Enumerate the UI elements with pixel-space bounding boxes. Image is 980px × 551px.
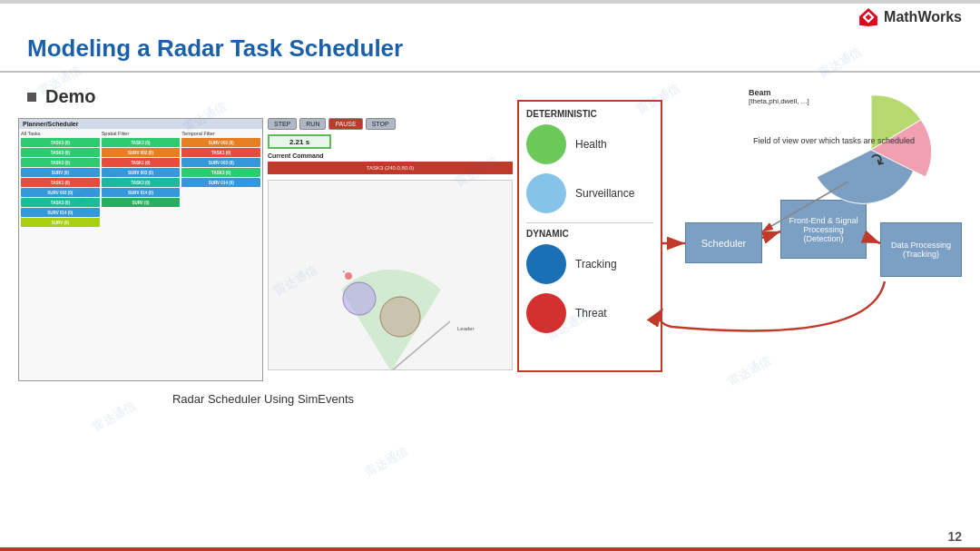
task-item: TASK3 (0) [21, 198, 100, 207]
run-button[interactable]: RUN [299, 118, 326, 130]
deterministic-label: DETERMINISTIC [526, 109, 653, 119]
threat-circle [526, 293, 566, 333]
task-item: SURV 002 (0) [181, 138, 260, 147]
svg-point-5 [345, 272, 352, 280]
task-item: SURV 003 (0) [21, 188, 100, 197]
wm11: 雷达通信 [362, 443, 411, 481]
task-item: TASK3 (0) [102, 178, 181, 187]
fov-label: Field of view over which tasks are sched… [753, 136, 915, 147]
sim-caption: Radar Scheduler Using SimEvents [18, 392, 508, 406]
det-dyn-box: DETERMINISTIC Health Surveillance DYNAMI… [517, 100, 662, 372]
current-command-label: Current Command [268, 153, 323, 159]
demo-section: Demo [27, 86, 96, 107]
slide-title: Modeling a Radar Task Scheduler [27, 34, 403, 63]
scheduler-label: Scheduler [701, 238, 747, 249]
scheduler-block: Scheduler [685, 222, 762, 263]
step-button[interactable]: STEP [268, 118, 297, 130]
task-item: SURV 003 (0) [102, 168, 181, 177]
svg-point-3 [343, 282, 376, 315]
planner-panel: Planner/Scheduler All Tasks TASK3 (0) TA… [18, 118, 263, 381]
command-bar: TASK3 (240.0,80.0) [268, 162, 513, 174]
task-item: SURV 014 (0) [21, 208, 100, 217]
command-text: TASK3 (240.0,80.0) [367, 165, 415, 171]
task-item: SURV (0) [21, 218, 100, 227]
task-item: SURV 002 (0) [102, 148, 181, 157]
task-item: TASK3 (0) [181, 168, 260, 177]
planner-header: Planner/Scheduler [19, 119, 262, 129]
health-row: Health [526, 124, 653, 164]
data-processing-block: Data Processing (Tracking) [880, 222, 962, 277]
threat-row: Threat [526, 293, 653, 333]
task-item: SURV 003 (0) [181, 158, 260, 167]
task-item: SURV (0) [102, 198, 181, 207]
health-label: Health [575, 138, 607, 151]
temporal-filter-col: Temporal Filter SURV 002 (0) TASK1 (0) S… [181, 131, 260, 228]
top-border [0, 0, 980, 4]
task-item: TASK3 (0) [21, 138, 100, 147]
tracking-label: Tracking [575, 258, 617, 271]
frontend-label: Front-End & Signal Processing (Detection… [785, 216, 862, 243]
svg-line-11 [762, 231, 780, 238]
threat-label: Threat [575, 307, 607, 320]
temporal-filter-header: Temporal Filter [181, 131, 260, 136]
svg-point-4 [380, 297, 420, 337]
task-item: SURV 014 (0) [181, 178, 260, 187]
sim-time-display: 2.21 s [268, 134, 331, 149]
svg-text:Leader: Leader [457, 326, 475, 331]
sim-time-value: 2.21 s [289, 138, 309, 146]
surveillance-circle [526, 173, 566, 213]
radar-plot-svg: Leader • [269, 181, 513, 370]
beam-text: Beam [749, 88, 809, 97]
pause-button[interactable]: PAUSE [328, 118, 362, 130]
caption-text: Radar Scheduler Using SimEvents [172, 392, 354, 406]
beam-label: Beam [theta,phi,dwell, ...] [749, 88, 809, 105]
pie-chart-svg [799, 86, 944, 213]
wm9: 雷达通信 [816, 44, 865, 82]
task-item: TASK3 (0) [102, 138, 181, 147]
pie-chart-area [799, 86, 944, 213]
fov-text: Field of view over which tasks are sched… [753, 136, 915, 145]
mathworks-logo-area: MathWorks [858, 7, 962, 27]
bottom-border [0, 547, 980, 551]
wm8: 雷达通信 [725, 352, 774, 390]
demo-bullet [27, 93, 36, 102]
task-item: TASK1 (0) [21, 178, 100, 187]
task-item: TASK3 (0) [21, 148, 100, 157]
all-tasks-col: All Tasks TASK3 (0) TASK3 (0) TASK3 (0) … [21, 131, 100, 228]
stop-button[interactable]: STOP [366, 118, 396, 130]
data-processing-label: Data Processing (Tracking) [885, 241, 957, 259]
mathworks-logo-icon [858, 7, 878, 27]
mathworks-logo-text: MathWorks [884, 9, 962, 25]
task-item: TASK3 (0) [21, 158, 100, 167]
task-item: SURV (0) [21, 168, 100, 177]
planner-cols: All Tasks TASK3 (0) TASK3 (0) TASK3 (0) … [19, 129, 262, 230]
demo-text: Demo [45, 86, 96, 107]
radar-plot: Leader • [268, 180, 513, 370]
svg-line-12 [867, 238, 880, 243]
spatial-filter-col: Spatial Filter TASK3 (0) SURV 002 (0) TA… [102, 131, 181, 228]
task-item: TASK1 (0) [102, 158, 181, 167]
health-circle [526, 124, 566, 164]
beam-params: [theta,phi,dwell, ...] [749, 97, 809, 105]
sim-buttons: STEP RUN PAUSE STOP [268, 118, 396, 130]
all-tasks-header: All Tasks [21, 131, 100, 136]
dynamic-label: DYNAMIC [526, 229, 653, 239]
tracking-row: Tracking [526, 244, 653, 284]
surveillance-label: Surveillance [575, 187, 634, 200]
title-rule [0, 71, 980, 73]
surveillance-row: Surveillance [526, 173, 653, 213]
svg-text:•: • [343, 269, 345, 274]
task-item: SURV 014 (0) [102, 188, 181, 197]
box-divider [526, 222, 653, 223]
page-number: 12 [947, 529, 962, 544]
task-item: TASK1 (0) [181, 148, 260, 157]
spatial-filter-header: Spatial Filter [102, 131, 181, 136]
tracking-circle [526, 244, 566, 284]
